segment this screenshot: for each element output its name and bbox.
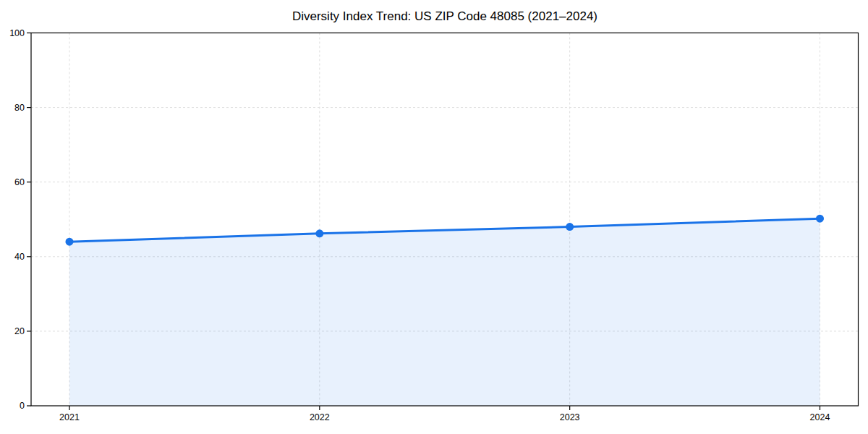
data-point-2022	[315, 229, 323, 237]
y-tick-label-80: 80	[14, 103, 25, 113]
diversity-index-figure: Diversity Index Trend: US ZIP Code 48085…	[0, 0, 868, 434]
y-tick-label-0: 0	[20, 401, 25, 411]
x-tick-label-2024: 2024	[810, 412, 830, 422]
diversity-trend-line-chart: 0204060801002021202220232024	[0, 0, 868, 434]
x-tick-label-2022: 2022	[310, 412, 330, 422]
area-fill	[69, 218, 820, 406]
y-tick-label-20: 20	[14, 326, 25, 336]
data-point-2024	[816, 215, 824, 223]
y-tick-label-60: 60	[14, 177, 25, 187]
data-point-2023	[566, 223, 574, 231]
data-point-2021	[66, 238, 74, 246]
x-tick-label-2021: 2021	[59, 412, 80, 422]
y-tick-label-40: 40	[14, 252, 25, 262]
x-tick-label-2023: 2023	[560, 412, 580, 422]
y-tick-label-100: 100	[9, 28, 25, 38]
